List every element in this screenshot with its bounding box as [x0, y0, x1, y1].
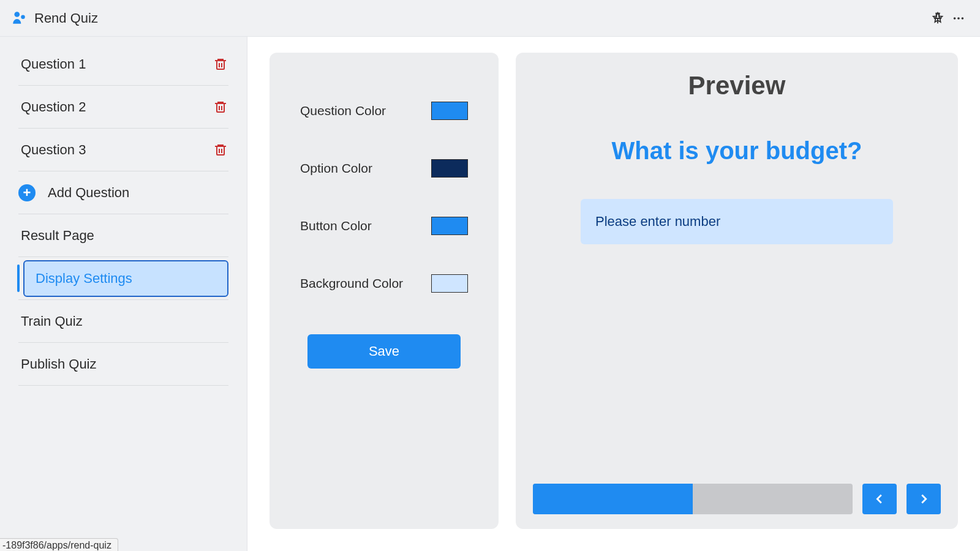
save-button[interactable]: Save [307, 334, 461, 369]
color-swatch[interactable] [431, 274, 468, 293]
setting-row-3: Background Color [300, 274, 468, 293]
sidebar-item-label: Question 2 [18, 99, 86, 115]
trash-icon[interactable] [213, 99, 228, 115]
prev-button[interactable] [862, 484, 897, 514]
svg-point-4 [957, 17, 960, 20]
preview-title: Preview [533, 71, 941, 100]
svg-point-3 [954, 17, 956, 20]
sidebar-question-2[interactable]: Question 2 [18, 86, 228, 129]
sidebar: Question 1Question 2Question 3+Add Quest… [0, 37, 247, 551]
main-content: Question ColorOption ColorButton ColorBa… [247, 37, 980, 551]
sidebar-item-result-page[interactable]: Result Page [18, 214, 228, 257]
sidebar-item-train-quiz[interactable]: Train Quiz [18, 300, 228, 343]
preview-panel: Preview What is your budget? [516, 53, 958, 529]
setting-label: Background Color [300, 274, 403, 292]
progress-fill [533, 484, 693, 514]
sidebar-question-3[interactable]: Question 3 [18, 129, 228, 171]
setting-label: Question Color [300, 102, 386, 119]
trash-icon[interactable] [213, 56, 228, 72]
setting-row-1: Option Color [300, 159, 468, 178]
sidebar-item-label: Question 3 [18, 142, 86, 158]
setting-row-2: Button Color [300, 217, 468, 235]
trash-icon[interactable] [213, 142, 228, 158]
add-question-button[interactable]: +Add Question [18, 171, 228, 214]
svg-point-5 [962, 17, 964, 20]
preview-question-text: What is your budget? [533, 137, 941, 165]
sidebar-item-display settings[interactable]: Display Settings [23, 260, 228, 297]
setting-row-0: Question Color [300, 102, 468, 120]
pin-icon[interactable] [927, 8, 948, 29]
more-icon[interactable] [948, 8, 969, 29]
sidebar-item-label: Add Question [45, 185, 129, 201]
svg-rect-12 [217, 146, 224, 155]
app-logo-icon [11, 10, 27, 26]
app-header: Rend Quiz [0, 0, 980, 37]
status-url-fragment: -189f3f86/apps/rend-quiz [0, 538, 118, 551]
svg-point-0 [14, 12, 20, 17]
sidebar-question-1[interactable]: Question 1 [18, 43, 228, 86]
sidebar-item-label: Result Page [18, 228, 94, 244]
sidebar-item-label: Publish Quiz [18, 356, 97, 372]
sidebar-item-publish-quiz[interactable]: Publish Quiz [18, 343, 228, 386]
sidebar-item-label: Display Settings [36, 271, 132, 287]
display-settings-panel: Question ColorOption ColorButton ColorBa… [270, 53, 499, 529]
svg-rect-6 [217, 61, 224, 69]
app-title: Rend Quiz [34, 10, 98, 26]
color-swatch[interactable] [431, 159, 468, 178]
preview-number-input[interactable] [581, 199, 893, 244]
svg-rect-9 [217, 103, 224, 112]
plus-icon: + [18, 184, 36, 201]
next-button[interactable] [907, 484, 941, 514]
sidebar-item-label: Train Quiz [18, 313, 83, 329]
setting-label: Option Color [300, 159, 372, 177]
setting-label: Button Color [300, 217, 372, 234]
color-swatch[interactable] [431, 102, 468, 120]
sidebar-item-label: Question 1 [18, 56, 86, 72]
color-swatch[interactable] [431, 217, 468, 235]
progress-bar [533, 484, 853, 514]
svg-point-1 [21, 15, 25, 18]
